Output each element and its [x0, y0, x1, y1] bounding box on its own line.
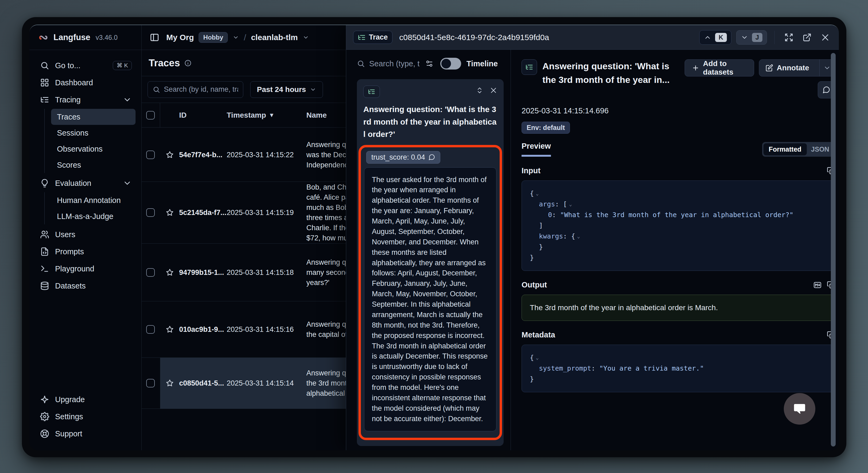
format-json[interactable]: JSON [807, 143, 834, 155]
column-header-timestamp[interactable]: Timestamp ▼ [227, 111, 275, 120]
sidebar-item-human-annotation[interactable]: Human Annotation [51, 192, 135, 208]
input-json-viewer[interactable]: {⌄args: [⌄0: "What is the 3rd month of t… [522, 180, 835, 271]
annotate-button[interactable]: Annotate [759, 59, 835, 77]
prev-trace-button[interactable]: K [699, 30, 731, 45]
trace-type-badge [363, 86, 380, 98]
search-icon [40, 61, 49, 70]
trace-timestamp-cell: 2025-03-31 14:15:14 [227, 379, 294, 387]
next-trace-button[interactable]: J [736, 30, 767, 45]
sidebar-item-traces[interactable]: Traces [51, 109, 135, 125]
output-box[interactable]: The 3rd month of the year in alphabetica… [522, 295, 835, 321]
time-range-select[interactable]: Past 24 hours [250, 81, 323, 98]
trace-timestamp-cell: 2025-03-31 14:15:22 [227, 151, 294, 159]
sidebar-item-datasets[interactable]: Datasets [36, 277, 135, 294]
star-icon[interactable] [166, 209, 174, 216]
sidebar-item-scores[interactable]: Scores [51, 157, 135, 173]
metadata-section-label: Metadata [522, 330, 835, 339]
add-to-datasets-button[interactable]: Add to datasets [685, 59, 754, 77]
expand-icon[interactable] [784, 33, 794, 42]
breadcrumb-separator: / [244, 33, 246, 42]
chevron-down-icon [741, 34, 748, 41]
trace-id-cell[interactable]: 5c2145da-f7... [179, 209, 226, 217]
json-line: ] [530, 220, 827, 231]
tree-search-row: Search (type, t Timeline [357, 58, 504, 69]
time-range-value: Past 24 hours [257, 85, 306, 94]
sidebar-item-tracing[interactable]: Tracing [36, 91, 135, 108]
gear-icon [40, 412, 49, 421]
sidebar-item-upgrade[interactable]: Upgrade [36, 391, 135, 408]
trace-id-cell[interactable]: c0850d41-5... [179, 379, 224, 387]
sidebar-item-dashboard[interactable]: Dashboard [36, 74, 135, 91]
view-settings-icon[interactable] [425, 60, 433, 68]
row-checkbox[interactable] [146, 379, 155, 387]
json-line: } [530, 242, 827, 253]
collapse-chevron-icon[interactable]: ⌄ [569, 200, 572, 208]
select-all-checkbox[interactable] [146, 111, 155, 120]
tree-search-input[interactable]: Search (type, t [369, 59, 422, 68]
star-icon[interactable] [166, 151, 174, 159]
panel-left-toggle-icon[interactable] [150, 33, 159, 42]
timeline-toggle[interactable] [440, 58, 461, 69]
metadata-json-viewer[interactable]: {⌄system_prompt: "You are a trivia maste… [522, 345, 835, 392]
sidebar-item-settings[interactable]: Settings [36, 408, 135, 425]
chevron-down-icon [824, 64, 831, 72]
trace-tree-card[interactable]: Answering question: 'What is the 3rd mon… [357, 79, 504, 446]
sidebar: Go to... ⌘ K Dashboard Tracing Traces Se… [29, 50, 142, 450]
row-checkbox[interactable] [146, 325, 155, 334]
brand[interactable]: Langfuse v3.46.0 [29, 25, 142, 50]
sidebar-item-playground[interactable]: Playground [36, 260, 135, 277]
sidebar-item-evaluation[interactable]: Evaluation [36, 175, 135, 192]
close-icon[interactable] [821, 33, 830, 42]
close-icon[interactable] [490, 87, 497, 94]
detail-title: Answering question: 'What is the 3rd mon… [542, 59, 685, 87]
markdown-toggle-icon[interactable] [813, 281, 822, 289]
json-line: system_prompt: "You are a trivia master.… [530, 363, 827, 374]
output-section-label: Output [522, 280, 835, 289]
sidebar-item-go-to[interactable]: Go to... ⌘ K [36, 57, 135, 74]
project-name[interactable]: cleanlab-tlm [251, 33, 298, 42]
tab-preview[interactable]: Preview [522, 142, 551, 157]
sidebar-item-prompts[interactable]: Prompts [36, 243, 135, 260]
shortcut-key-k: K [715, 33, 726, 42]
trace-id-cell[interactable]: 010ac9b1-9... [179, 325, 224, 334]
sidebar-item-sessions[interactable]: Sessions [51, 125, 135, 141]
collapse-chevron-icon[interactable]: ⌄ [536, 189, 539, 197]
row-checkbox[interactable] [146, 151, 155, 159]
collapse-chevron-icon[interactable]: ⌄ [536, 353, 539, 361]
support-chat-button[interactable] [784, 393, 815, 424]
timeline-label: Timeline [466, 59, 498, 68]
org-name[interactable]: My Org [166, 33, 194, 42]
trace-tree-panel: Search (type, t Timeline [346, 50, 511, 450]
edit-icon [766, 64, 773, 72]
star-icon[interactable] [166, 379, 174, 387]
format-toggle[interactable]: Formatted JSON [762, 142, 835, 157]
scrollbar[interactable] [831, 53, 836, 446]
format-formatted[interactable]: Formatted [764, 143, 807, 155]
external-link-icon[interactable] [803, 33, 812, 42]
lightbulb-icon [40, 179, 49, 188]
column-header-id[interactable]: ID [179, 111, 187, 120]
trace-timestamp-cell: 2025-03-31 14:15:19 [227, 209, 294, 217]
sidebar-item-users[interactable]: Users [36, 226, 135, 243]
sidebar-item-support[interactable]: Support [36, 425, 135, 442]
project-switcher-chevron-icon[interactable] [303, 34, 309, 41]
org-switcher-chevron-icon[interactable] [232, 34, 239, 41]
column-header-name[interactable]: Name [306, 111, 327, 120]
trace-id-cell[interactable]: 94799b15-1... [179, 268, 224, 276]
trace-id-cell[interactable]: 54e7f7e4-b... [179, 151, 222, 159]
row-checkbox[interactable] [146, 208, 155, 217]
unfold-icon[interactable] [476, 87, 483, 94]
langfuse-app: Langfuse v3.46.0 My Org Hobby / cleanlab… [29, 25, 839, 450]
collapse-chevron-icon[interactable]: ⌄ [577, 232, 580, 240]
trust-score-badge[interactable]: trust_score: 0.04 [366, 151, 440, 164]
star-icon[interactable] [166, 325, 174, 333]
info-icon[interactable] [184, 59, 192, 67]
trace-detail-drawer: Trace c0850d41-5e8c-4619-97dc-2a4b9159fd… [346, 25, 839, 450]
sidebar-item-llm-as-a-judge[interactable]: LLM-as-a-Judge [51, 208, 135, 224]
row-checkbox[interactable] [146, 268, 155, 277]
users-icon [40, 230, 49, 239]
star-icon[interactable] [166, 268, 174, 276]
sidebar-item-observations[interactable]: Observations [51, 141, 135, 157]
traces-search-input[interactable]: Search (by id, name, tra [148, 81, 243, 98]
json-line: {⌄ [530, 188, 827, 199]
